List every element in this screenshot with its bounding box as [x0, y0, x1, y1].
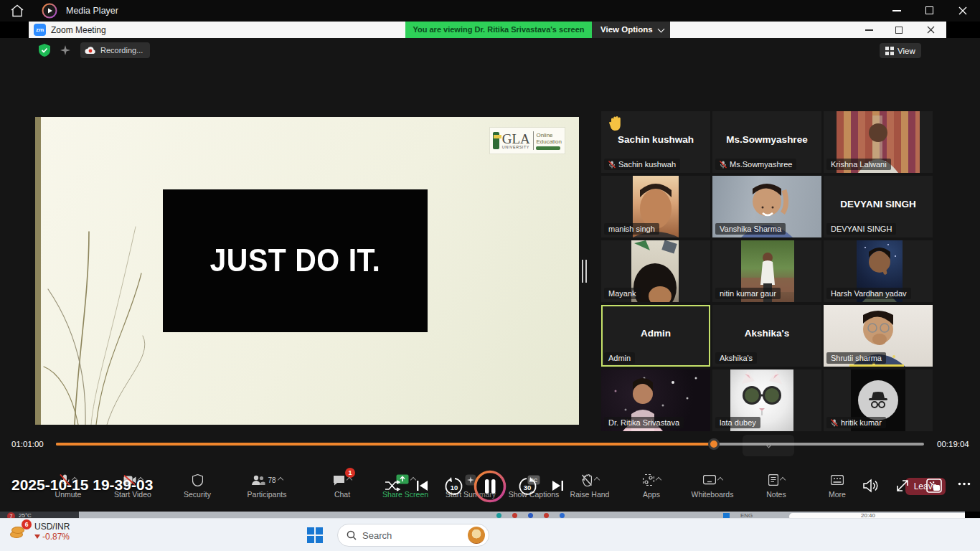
participant-tile[interactable]: Mayank [601, 240, 710, 302]
previous-track-button[interactable] [416, 479, 429, 492]
toolbar-notes[interactable]: Notes [742, 472, 811, 499]
recorded-taskbar-sliver: 7 25°C ENG 20:40 [0, 512, 965, 518]
chevron-down-icon [765, 441, 772, 448]
shuffle-button[interactable] [385, 479, 400, 492]
next-track-button[interactable] [551, 479, 564, 492]
participant-tile[interactable]: Harsh Vardhan yadav [824, 240, 933, 302]
participant-label: Mayank [604, 288, 641, 299]
recorded-widget-badge: 7 [7, 512, 15, 518]
recorded-weather-widget: 7 25°C [0, 512, 79, 518]
recorded-app-dot [496, 513, 501, 518]
participant-label-text: DEVYANI SINGH [831, 225, 892, 233]
participant-label: Harsh Vardhan yadav [826, 288, 911, 299]
fullscreen-button[interactable] [896, 479, 909, 492]
raised-hand-icon [608, 116, 623, 131]
start-button[interactable] [307, 527, 323, 543]
participant-tile[interactable]: Dr. Ritika Srivastava [601, 369, 710, 431]
mp-minimize-button[interactable] [892, 10, 901, 11]
zoom-minimize-button[interactable] [865, 29, 873, 31]
view-options-button[interactable]: View Options [592, 22, 670, 38]
toolbar-label: Participants [232, 490, 301, 499]
participant-label: Ms.Sowmyashree [715, 159, 796, 170]
zoom-close-button[interactable] [927, 26, 935, 34]
participant-tile[interactable]: DEVYANI SINGH DEVYANI SINGH [824, 176, 933, 237]
participant-name: Sachin kushwah [601, 134, 710, 145]
gla-university-text: UNIVERSITY [502, 145, 530, 149]
participant-tile[interactable]: Krishna Lalwani [824, 111, 933, 173]
participant-tile[interactable]: Vanshika Sharma [712, 176, 821, 237]
participant-label: Krishna Lalwani [826, 159, 891, 170]
participant-label-text: Ms.Sowmyashree [730, 160, 792, 169]
participant-label: Admin [604, 352, 635, 364]
chevron-up-icon [779, 477, 785, 483]
view-button[interactable]: View [880, 43, 921, 58]
skip-back-amount: 10 [451, 484, 458, 491]
participant-label-text: Akshika's [720, 354, 753, 362]
shared-screen-slide: GLA UNIVERSITY Online Education JUST DO … [35, 117, 579, 425]
participant-label-text: manish singh [608, 225, 655, 233]
toolbar-chat[interactable]: 1 Chat [308, 472, 377, 499]
toolbar-share-screen[interactable]: Share Screen [371, 472, 440, 499]
chat-badge: 1 [345, 468, 355, 478]
chevron-up-icon [717, 477, 722, 483]
security-shield-icon[interactable] [39, 44, 50, 57]
participant-tile-active-speaker[interactable]: Admin Admin [601, 305, 710, 367]
participant-tile[interactable]: nitin kumar gaur [712, 240, 821, 302]
search-highlight-image [468, 527, 485, 544]
skip-forward-amount: 30 [524, 484, 532, 491]
mp-maximize-button[interactable] [925, 6, 933, 14]
participant-tile[interactable]: lata dubey [712, 369, 821, 431]
grid-view-icon [885, 47, 894, 55]
toolbar-apps[interactable]: Apps [617, 472, 686, 499]
skip-forward-30-button[interactable]: 30 [518, 477, 537, 496]
mp-close-button[interactable] [958, 6, 967, 15]
home-icon[interactable] [10, 4, 24, 17]
participant-tile[interactable]: Akshika's Akshika's [712, 305, 821, 367]
taskbar-search[interactable]: Search [337, 524, 489, 547]
participants-icon [251, 475, 265, 486]
more-options-button[interactable] [958, 482, 971, 486]
participant-label-text: Sachin kushwah [618, 160, 676, 169]
recorded-app-dot [528, 513, 533, 518]
recording-indicator[interactable]: Recording... [80, 42, 150, 58]
participant-tile[interactable]: Shrutii sharma [824, 305, 933, 367]
chevron-up-icon [655, 477, 661, 483]
participant-tile[interactable]: Sachin kushwah Sachin kushwah [601, 111, 710, 173]
recording-cloud-icon [85, 46, 96, 55]
controls-hide-pill[interactable] [743, 435, 794, 456]
gallery-resize-handle[interactable] [582, 260, 588, 283]
toolbar-label: Security [163, 490, 232, 499]
search-placeholder: Search [362, 530, 462, 541]
toolbar-label: More [803, 490, 872, 499]
volume-button[interactable] [863, 479, 880, 493]
skip-back-10-button[interactable]: 10 [445, 477, 463, 496]
down-arrow-icon [34, 534, 40, 539]
zoom-restore-button[interactable] [895, 27, 903, 34]
logo-badge [536, 146, 560, 150]
toolbar-participants[interactable]: 78 Participants [232, 472, 301, 499]
participant-tile[interactable]: hritik kumar [824, 369, 933, 431]
participant-tile[interactable]: manish singh [601, 176, 710, 237]
mini-player-button[interactable] [926, 479, 942, 493]
view-label: View [897, 47, 915, 55]
coins-icon: 6 [10, 521, 29, 542]
toolbar-raise-hand[interactable]: Raise Hand [555, 472, 624, 499]
toolbar-security[interactable]: Security [163, 472, 232, 499]
ai-companion-icon[interactable] [60, 45, 70, 55]
chevron-up-icon [277, 477, 283, 483]
chevron-down-icon [657, 26, 664, 33]
incognito-avatar [858, 380, 898, 420]
toolbar-whiteboards[interactable]: Whiteboards [678, 472, 747, 499]
participant-name: Ms.Sowmyashree [712, 134, 821, 145]
market-widget[interactable]: 6 USD/INR -0.87% [10, 521, 70, 542]
recorded-lang: ENG [740, 512, 753, 518]
logo-tagline-2: Education [536, 138, 562, 145]
raise-hand-icon [581, 474, 593, 486]
toolbar-more[interactable]: More [803, 472, 872, 499]
muted-mic-icon [720, 161, 727, 169]
participant-label: Sachin kushwah [604, 159, 680, 170]
participant-label: Shrutii sharma [826, 352, 886, 364]
participant-tile[interactable]: Ms.Sowmyashree Ms.Sowmyashree [712, 111, 821, 173]
pause-button[interactable] [473, 470, 507, 503]
more-icon [831, 475, 844, 485]
